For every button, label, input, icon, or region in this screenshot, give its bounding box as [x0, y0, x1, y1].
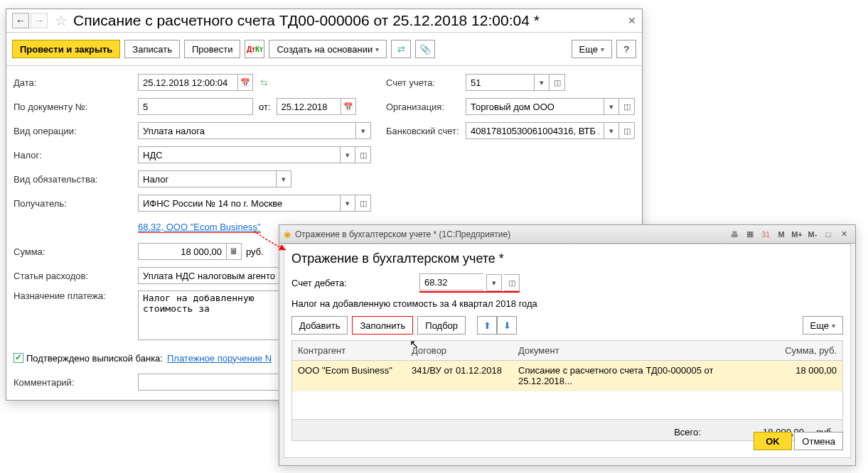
m-plus-button[interactable]: M+	[790, 227, 804, 241]
post-and-close-button[interactable]: Провести и закрыть	[12, 40, 120, 58]
sec-titlebar: ◉ Отражение в бухгалтерском учете * (1С:…	[279, 225, 855, 244]
table-header: Контрагент Договор Документ Сумма, руб.	[292, 341, 842, 361]
nav-back-button[interactable]: ←	[12, 13, 29, 28]
cell-document: Списание с расчетного счета ТД00-000005 …	[513, 361, 771, 391]
doc-no-input[interactable]	[138, 98, 253, 115]
attach-button[interactable]: 📎	[415, 40, 435, 58]
cell-counterparty: ООО "Ecom Business"	[292, 361, 406, 391]
dropdown-icon[interactable]: ▾	[355, 122, 371, 139]
app-icon: ◉	[284, 229, 291, 239]
footer-buttons: OK Отмена	[754, 432, 843, 450]
date-icon[interactable]: 31	[759, 227, 773, 241]
org-label: Организация:	[386, 102, 466, 112]
favorite-star-icon[interactable]: ☆	[55, 12, 68, 29]
liab-type-label: Вид обязательства:	[14, 174, 138, 185]
th-sum[interactable]: Сумма, руб.	[771, 341, 842, 360]
main-toolbar: Провести и закрыть Записать Провести ДтК…	[6, 33, 642, 66]
sec-body: Отражение в бухгалтерском учете * Счет д…	[284, 244, 851, 458]
m-button[interactable]: M	[774, 227, 788, 241]
table-row[interactable]: ООО "Ecom Business" 341/ВУ от 01.12.2018…	[292, 361, 842, 391]
dropdown-icon[interactable]: ▾	[534, 74, 550, 91]
m-minus-button[interactable]: M-	[805, 227, 820, 241]
account-input[interactable]	[466, 74, 534, 91]
total-label: Всего:	[674, 427, 701, 437]
more-button[interactable]: Еще	[572, 40, 612, 58]
select-button[interactable]: Подбор	[417, 316, 466, 335]
op-type-input[interactable]	[138, 122, 355, 139]
org-input[interactable]	[466, 98, 604, 115]
open-icon[interactable]: ◫	[355, 195, 371, 212]
calendar-icon[interactable]: 📅	[341, 98, 356, 115]
calendar-icon[interactable]: 📅	[237, 74, 253, 91]
sec-title: Отражение в бухгалтерском учете *	[291, 251, 843, 266]
account-link[interactable]: 68.32, ООО "Ecom Business"	[138, 222, 261, 233]
confirmed-label: Подтверждено выпиской банка:	[26, 353, 163, 364]
sum-input[interactable]	[138, 243, 226, 260]
help-button[interactable]: ?	[616, 40, 636, 58]
open-icon[interactable]: ◫	[504, 274, 520, 291]
recipient-input[interactable]	[138, 195, 340, 212]
from-label: от:	[259, 102, 271, 112]
post-button[interactable]: Провести	[184, 40, 241, 58]
purpose-textarea[interactable]	[138, 290, 280, 340]
move-up-button[interactable]: ⬆	[477, 316, 497, 335]
comment-input[interactable]	[138, 374, 280, 391]
payment-order-link[interactable]: Платежное поручение N	[167, 353, 272, 364]
table-empty-area	[292, 391, 842, 419]
open-icon[interactable]: ◫	[619, 98, 635, 115]
maximize-icon[interactable]: □	[821, 227, 835, 241]
close-icon[interactable]: ✕	[628, 15, 636, 26]
date-label: Дата:	[14, 77, 138, 88]
liab-type-input[interactable]	[138, 170, 276, 187]
linked-button[interactable]: ⇄	[391, 40, 411, 58]
fill-button[interactable]: Заполнить	[352, 316, 413, 335]
open-icon[interactable]: ◫	[550, 74, 565, 91]
add-button[interactable]: Добавить	[291, 316, 348, 335]
dropdown-icon[interactable]: ▾	[486, 274, 502, 291]
dropdown-icon[interactable]: ▾	[340, 195, 355, 212]
open-icon[interactable]: ◫	[355, 146, 371, 163]
create-based-button[interactable]: Создать на основании	[269, 40, 387, 58]
desc-text: Налог на добавленную стоимость за 4 квар…	[291, 298, 537, 309]
debit-acc-input[interactable]	[419, 273, 483, 290]
dropdown-icon[interactable]: ▾	[604, 122, 619, 139]
cell-sum: 18 000,00	[771, 361, 842, 391]
cell-contract: 341/ВУ от 01.12.2018	[406, 361, 513, 391]
dropdown-icon[interactable]: ▾	[276, 170, 291, 187]
write-button[interactable]: Записать	[124, 40, 180, 58]
dtkt-button[interactable]: ДтКт	[245, 40, 264, 58]
more-button[interactable]: Еще	[803, 316, 843, 335]
nav-forward-button[interactable]: →	[31, 13, 48, 28]
op-type-label: Вид операции:	[14, 126, 138, 136]
recipient-label: Получатель:	[14, 198, 138, 209]
doc-date-input[interactable]	[277, 98, 341, 115]
exp-item-input[interactable]	[138, 267, 280, 284]
th-counterparty[interactable]: Контрагент	[292, 341, 406, 360]
doc-no-label: По документу №:	[14, 102, 138, 112]
dropdown-icon[interactable]: ▾	[340, 146, 355, 163]
ok-button[interactable]: OK	[754, 432, 792, 450]
tax-input[interactable]	[138, 146, 340, 163]
th-contract[interactable]: Договор	[406, 341, 513, 360]
sync-icon[interactable]: ⇆	[260, 77, 268, 88]
accounting-window: ◉ Отражение в бухгалтерском учете * (1С:…	[279, 224, 856, 466]
grid-icon[interactable]: ▦	[743, 227, 757, 241]
cancel-button[interactable]: Отмена	[794, 432, 843, 450]
tax-label: Налог:	[14, 150, 138, 161]
comment-label: Комментарий:	[14, 377, 138, 388]
account-label: Счет учета:	[386, 77, 466, 88]
sum-label: Сумма:	[14, 246, 138, 257]
open-icon[interactable]: ◫	[619, 122, 635, 139]
bank-acc-label: Банковский счет:	[386, 126, 466, 136]
print-icon[interactable]: 🖶	[727, 227, 741, 241]
dropdown-icon[interactable]: ▾	[604, 98, 619, 115]
window-title: Списание с расчетного счета ТД00-000006 …	[73, 12, 636, 29]
move-down-button[interactable]: ⬇	[497, 316, 517, 335]
th-document[interactable]: Документ	[513, 341, 771, 360]
date-input[interactable]	[138, 74, 237, 91]
exp-item-label: Статья расходов:	[14, 271, 138, 281]
calculator-icon[interactable]: 🖩	[226, 243, 242, 260]
close-icon[interactable]: ✕	[837, 227, 851, 241]
bank-acc-input[interactable]	[466, 122, 604, 139]
confirmed-checkbox[interactable]	[14, 353, 23, 363]
